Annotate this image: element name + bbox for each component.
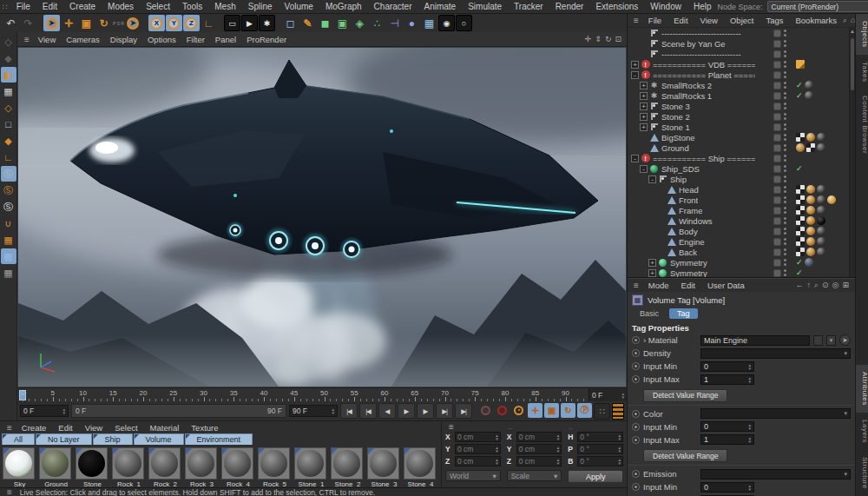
viewport-menu-view[interactable]: View [33, 35, 61, 44]
material-thumbnail[interactable] [39, 447, 71, 479]
visibility-toggles[interactable] [773, 61, 786, 69]
checker-tag-icon[interactable] [796, 206, 805, 215]
visibility-dots-icon[interactable] [784, 50, 786, 57]
visibility-dots-icon[interactable] [784, 217, 786, 224]
menu-character[interactable]: Character [368, 2, 418, 11]
material-tab-all[interactable]: All [2, 433, 35, 445]
coord-scale-select[interactable]: Scale▾ [507, 470, 562, 481]
panel-tab-content-browser[interactable]: Content Browser [856, 89, 868, 161]
menu-file[interactable]: File [10, 2, 36, 11]
end-frame-stepper[interactable]: 90 F ▴▾ [289, 405, 338, 417]
next-frame-button[interactable]: ▶ [417, 403, 434, 419]
ball-dark-tag-icon[interactable] [805, 81, 813, 89]
key-scale-toggle[interactable]: ▣ [544, 403, 559, 418]
layer-toggle-icon[interactable] [773, 175, 781, 183]
panel-tab-structure[interactable]: Structure [856, 450, 868, 496]
stepper-carets-icon[interactable]: ▴▾ [618, 433, 621, 440]
checker-tag-icon[interactable] [796, 237, 805, 246]
material-item[interactable]: Rock_1 [112, 447, 146, 488]
attribute-menu-mode[interactable]: Mode [642, 281, 675, 290]
visibility-dots-icon[interactable] [784, 196, 786, 203]
property-dropdown[interactable]: ▾ [700, 408, 851, 419]
x-axis-lock-icon[interactable]: X [148, 15, 165, 31]
stepper-carets-icon[interactable]: ▴▾ [748, 363, 751, 370]
object-tree-row[interactable]: +Stone 3 [628, 101, 855, 111]
point-mode-icon[interactable]: □ [1, 116, 16, 132]
visibility-toggles[interactable] [773, 92, 786, 100]
expand-toggle-icon[interactable]: + [648, 269, 656, 277]
ball-dark-tag-icon[interactable] [805, 91, 813, 100]
panel-tab-layers[interactable]: Layers [856, 413, 868, 450]
expand-toggle-icon[interactable]: - [648, 175, 656, 183]
checker-tag-icon[interactable] [796, 227, 805, 235]
object-manager-menu-object[interactable]: Object [724, 16, 760, 25]
planar-workplane-icon[interactable]: ▦ [1, 265, 16, 281]
enabled-check-icon[interactable]: ✓ [796, 258, 803, 267]
panel-tab-takes[interactable]: Takes [856, 55, 868, 89]
expand-toggle-icon[interactable]: + [640, 103, 648, 110]
panel-tab-attributes[interactable]: Attributes [856, 365, 868, 413]
visibility-dots-icon[interactable] [784, 71, 786, 78]
visibility-dots-icon[interactable] [784, 175, 786, 182]
object-tree-row[interactable]: Scene by Yan Ge [628, 38, 855, 49]
model-mode-icon[interactable]: ◧ [1, 67, 16, 83]
viewport-menu-icon[interactable]: ≡ [21, 35, 33, 44]
object-tree-row[interactable]: Frame [628, 205, 855, 215]
visibility-dots-icon[interactable] [784, 103, 786, 109]
last-tool-icon[interactable]: ➤ [125, 15, 141, 31]
menu-help[interactable]: Help [687, 2, 718, 11]
menu-mesh[interactable]: Mesh [208, 2, 241, 11]
om-search-icon[interactable]: ⌕ [843, 16, 847, 25]
ball-tan-tag-icon[interactable] [806, 216, 815, 225]
viewport-dolly-icon[interactable]: ⇕ [595, 35, 602, 43]
layer-toggle-icon[interactable] [773, 155, 781, 162]
property-dropdown[interactable]: ▾ [700, 469, 851, 479]
undo-icon[interactable]: ↶ [3, 15, 19, 31]
expand-toggle-icon[interactable]: - [631, 155, 639, 162]
material-item[interactable]: Sky [3, 447, 36, 488]
viewport-rotate-icon[interactable]: ↻ [605, 35, 612, 43]
z-axis-lock-icon[interactable]: Z [183, 15, 200, 31]
menu-create[interactable]: Create [63, 2, 102, 11]
material-item[interactable]: Rock_2 [148, 447, 182, 488]
attr-up-icon[interactable]: ↑ [807, 281, 812, 290]
visibility-toggles[interactable] [773, 207, 786, 215]
visibility-toggles[interactable] [773, 175, 786, 183]
attribute-menu-icon[interactable]: ≡ [630, 281, 642, 290]
visibility-dots-icon[interactable] [784, 113, 786, 120]
coordinates-menu-icon[interactable]: ≡ [445, 422, 457, 432]
ball-tan-tag-icon[interactable] [806, 195, 815, 204]
object-tree-row[interactable]: Back [628, 247, 855, 257]
object-tree-row[interactable]: -!=========== Ship ============ [628, 153, 855, 163]
stepper-carets-icon[interactable]: ▴▾ [557, 458, 560, 465]
menu-simulate[interactable]: Simulate [462, 2, 508, 11]
viewport-menu-filter[interactable]: Filter [181, 35, 210, 44]
ball-dark-tag-icon[interactable] [817, 237, 825, 246]
viewport-canvas[interactable] [17, 47, 627, 387]
material-thumbnail[interactable] [258, 447, 290, 479]
coord-value-field[interactable]: 0 °▴▾ [577, 444, 623, 454]
layer-toggle-icon[interactable] [773, 259, 781, 267]
material-thumbnail[interactable] [185, 447, 217, 479]
stepper-carets-icon[interactable]: ▴▾ [748, 376, 751, 383]
timeline-ruler[interactable]: 0 F ▴▾ 051015202530354045505560657075808… [17, 387, 627, 402]
object-manager-menu-bookmarks[interactable]: Bookmarks [790, 16, 844, 25]
redo-icon[interactable]: ↷ [20, 15, 36, 31]
checker-tag-icon[interactable] [796, 133, 805, 142]
axis-mode-icon[interactable]: ∟ [1, 149, 16, 165]
stepper-carets-icon[interactable]: ▴▾ [557, 446, 560, 453]
menu-edit[interactable]: Edit [36, 2, 63, 11]
material-item[interactable]: Stone_2 [331, 447, 365, 488]
visibility-dots-icon[interactable] [784, 123, 786, 130]
current-frame-stepper[interactable]: 0 F ▴▾ [20, 405, 69, 417]
input-min-field[interactable]: 0▴▾ [700, 421, 754, 432]
material-tab-volume[interactable]: Volume [134, 433, 184, 445]
menu-tools[interactable]: Tools [176, 2, 208, 11]
enabled-check-icon[interactable]: ✓ [796, 268, 803, 277]
locked-workplane-icon[interactable]: ▦ [1, 248, 16, 264]
ball-tan-tag-icon[interactable] [806, 133, 815, 142]
stepper-carets-icon[interactable]: ▴▾ [618, 446, 621, 453]
stepper-carets-icon[interactable]: ▴▾ [557, 433, 560, 440]
ball-tan-tag-icon[interactable] [806, 237, 815, 246]
material-menu-texture[interactable]: Texture [185, 423, 224, 433]
